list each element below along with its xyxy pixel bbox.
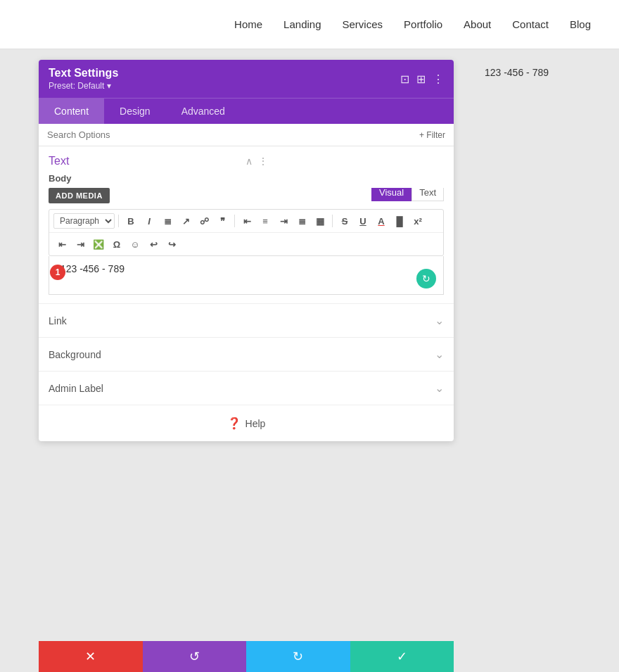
editor-content: 123 -456 - 789 xyxy=(60,263,125,274)
nav-services[interactable]: Services xyxy=(343,18,383,30)
step-badge: 1 xyxy=(50,265,65,280)
panel-title-block: Text Settings Preset: Default ▾ xyxy=(49,67,118,91)
text-section: Text ∧ ⋮ Body ADD MEDIA Visual Text xyxy=(39,146,454,304)
save-button[interactable]: ✓ xyxy=(350,641,454,672)
align-left-button[interactable]: ⇤ xyxy=(238,213,255,229)
main-content: 123 -456 - 789 Text Settings Preset: Def… xyxy=(0,49,619,672)
help-icon: ❓ xyxy=(227,417,241,430)
bold-button[interactable]: B xyxy=(122,213,139,229)
redo-action-button[interactable]: ↻ xyxy=(246,641,350,672)
link-button[interactable]: ☍ xyxy=(196,213,212,229)
section-more-icon[interactable]: ⋮ xyxy=(258,156,268,167)
indent-button[interactable]: ⇥ xyxy=(72,236,89,253)
editor-toolbar: Paragraph B I ≣ ↗ ☍ ❞ ⇤ ≡ ⇥ ≣ xyxy=(49,209,444,256)
reset-button[interactable]: ↺ xyxy=(143,641,247,672)
search-input[interactable] xyxy=(47,129,419,140)
underline-button[interactable]: U xyxy=(355,213,371,229)
table-button[interactable]: ▦ xyxy=(312,213,328,229)
action-bar: ✕ ↺ ↻ ✓ xyxy=(39,641,454,672)
link-section-arrow: ⌄ xyxy=(435,314,444,327)
strikethrough-button[interactable]: S xyxy=(336,213,353,229)
panel-title: Text Settings xyxy=(49,67,118,80)
panel-preset[interactable]: Preset: Default ▾ xyxy=(49,81,118,91)
view-toggle: Visual Text xyxy=(371,188,444,201)
toolbar-divider-3 xyxy=(332,215,333,227)
redo-button[interactable]: ↪ xyxy=(163,236,180,253)
search-bar: + Filter xyxy=(39,124,454,146)
tab-design[interactable]: Design xyxy=(104,99,166,124)
admin-label-section-arrow: ⌄ xyxy=(435,381,444,395)
undo-button[interactable]: ↩ xyxy=(145,236,162,253)
justify-button[interactable]: ≣ xyxy=(293,213,310,229)
background-section: Background ⌄ xyxy=(39,338,454,372)
section-icons: ∧ ⋮ xyxy=(245,156,268,167)
tab-content[interactable]: Content xyxy=(39,99,104,124)
refresh-button[interactable]: ↻ xyxy=(416,269,436,289)
highlight-button[interactable]: █ xyxy=(391,213,408,229)
emoji-button[interactable]: ☺ xyxy=(127,236,143,253)
font-color-button[interactable]: A xyxy=(373,213,390,229)
panel-body: Text ∧ ⋮ Body ADD MEDIA Visual Text xyxy=(39,146,454,441)
add-media-button[interactable]: ADD MEDIA xyxy=(49,188,110,203)
blockquote-button[interactable]: ❞ xyxy=(214,213,231,229)
help-section: ❓ Help xyxy=(39,405,454,441)
nav-about[interactable]: About xyxy=(464,18,491,30)
ordered-list-button[interactable]: ↗ xyxy=(177,213,194,229)
nav-home[interactable]: Home xyxy=(234,18,262,30)
panel-header-icons: ⊡ ⊞ ⋮ xyxy=(400,72,444,86)
toolbar-row-2: ⇤ ⇥ ❎ Ω ☺ ↩ ↪ xyxy=(49,233,443,255)
media-toggle-row: ADD MEDIA Visual Text xyxy=(49,188,444,203)
admin-label-section-header[interactable]: Admin Label ⌄ xyxy=(39,372,454,405)
toolbar-row-1: Paragraph B I ≣ ↗ ☍ ❞ ⇤ ≡ ⇥ ≣ xyxy=(49,210,443,233)
nav-blog[interactable]: Blog xyxy=(570,18,591,30)
paragraph-select[interactable]: Paragraph xyxy=(53,213,115,229)
nav-portfolio[interactable]: Portfolio xyxy=(404,18,442,30)
italic-button[interactable]: I xyxy=(141,213,158,229)
editor-area[interactable]: 1 123 -456 - 789 ↻ xyxy=(49,256,444,295)
outdent-button[interactable]: ⇤ xyxy=(53,236,70,253)
link-section-header[interactable]: Link ⌄ xyxy=(39,304,454,337)
panel-tabs: Content Design Advanced xyxy=(39,98,454,124)
cancel-button[interactable]: ✕ xyxy=(39,641,143,672)
window-icon[interactable]: ⊡ xyxy=(400,72,409,86)
section-header: Text ∧ ⋮ xyxy=(49,155,444,167)
superscript-button[interactable]: x² xyxy=(409,213,426,229)
coordinates-display: 123 -456 - 789 xyxy=(485,67,549,78)
unordered-list-button[interactable]: ≣ xyxy=(159,213,176,229)
link-section: Link ⌄ xyxy=(39,304,454,338)
body-label: Body xyxy=(49,173,444,184)
top-navigation: // Render nav items inline Home Landing … xyxy=(0,0,619,49)
filter-button[interactable]: + Filter xyxy=(419,130,445,140)
admin-label-section-title: Admin Label xyxy=(49,383,103,394)
panel-header: Text Settings Preset: Default ▾ ⊡ ⊞ ⋮ xyxy=(39,60,454,98)
admin-label-section: Admin Label ⌄ xyxy=(39,372,454,405)
special-chars-button[interactable]: Ω xyxy=(108,236,125,253)
columns-icon[interactable]: ⊞ xyxy=(416,72,426,86)
settings-panel: Text Settings Preset: Default ▾ ⊡ ⊞ ⋮ Co… xyxy=(39,60,454,441)
nav-contact[interactable]: Contact xyxy=(512,18,549,30)
collapse-icon[interactable]: ∧ xyxy=(245,156,253,167)
visual-view-button[interactable]: Visual xyxy=(371,188,411,201)
align-right-button[interactable]: ⇥ xyxy=(275,213,292,229)
help-label[interactable]: Help xyxy=(245,418,266,429)
text-section-title: Text xyxy=(49,155,69,167)
background-section-title: Background xyxy=(49,349,101,360)
fullscreen-button[interactable]: ❎ xyxy=(90,236,107,253)
more-options-icon[interactable]: ⋮ xyxy=(433,72,444,86)
link-section-title: Link xyxy=(49,315,67,327)
text-view-button[interactable]: Text xyxy=(411,188,444,201)
background-section-header[interactable]: Background ⌄ xyxy=(39,338,454,371)
background-section-arrow: ⌄ xyxy=(435,348,444,361)
toolbar-divider-2 xyxy=(234,215,235,227)
align-center-button[interactable]: ≡ xyxy=(257,213,274,229)
tab-advanced[interactable]: Advanced xyxy=(166,99,241,124)
nav-landing[interactable]: Landing xyxy=(283,18,321,30)
toolbar-divider-1 xyxy=(118,215,119,227)
